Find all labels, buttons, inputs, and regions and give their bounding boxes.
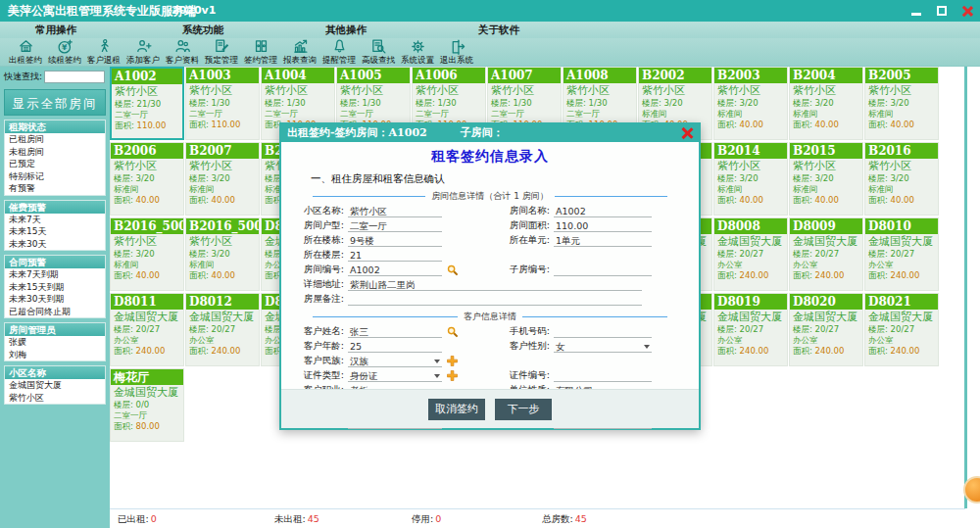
toolbar-button-12[interactable]: 退出系统 — [437, 38, 476, 67]
room-card[interactable]: B2014紫竹小区楼层: 3/20标准间面积: 40.00 — [713, 142, 788, 216]
add-option-icon[interactable] — [447, 356, 459, 367]
room-card[interactable]: B2015紫竹小区楼层: 3/20标准间面积: 40.00 — [789, 142, 863, 216]
toolbar-button-9[interactable]: 提醒管理 — [319, 38, 359, 67]
field-value-dropdown[interactable]: 女 — [554, 341, 652, 353]
field-value-input[interactable]: 张三 — [348, 326, 442, 338]
field-value-input[interactable]: 紫竹小区 — [348, 206, 442, 217]
field-value-input[interactable]: 25 — [348, 341, 442, 353]
sidebar-item[interactable]: 金城国贸大厦 — [5, 379, 105, 392]
chevron-down-icon[interactable] — [434, 374, 440, 378]
room-card[interactable]: D8021金城国贸大厦楼层: 20/27办公室面积: 240.00 — [864, 293, 939, 366]
sidebar-item[interactable]: 已预定 — [5, 158, 105, 170]
room-card[interactable]: D8009金城国贸大厦楼层: 20/27办公室面积: 240.00 — [789, 217, 863, 291]
fieldset-legend-text: 房间信息详情（合计 1 房间） — [425, 190, 554, 203]
sidebar-item[interactable]: 有预警 — [5, 182, 105, 195]
field-text: 女 — [556, 341, 565, 352]
field-value-input[interactable] — [348, 294, 642, 306]
show-all-rooms-button[interactable]: 显示全部房间 — [4, 89, 106, 116]
close-icon[interactable] — [960, 4, 974, 18]
toolbar-button-1[interactable]: 出租签约 — [6, 38, 45, 67]
search-icon[interactable] — [447, 326, 459, 338]
toolbar-button-11[interactable]: 系统设置 — [398, 38, 437, 67]
room-card[interactable]: D8008金城国贸大厦楼层: 20/27办公室面积: 240.00 — [713, 217, 788, 291]
room-card[interactable]: B2016_5002紫竹小区楼层: 3/20标准间面积: 40.00 — [185, 217, 260, 291]
sidebar-item[interactable]: 未租房间 — [5, 146, 105, 159]
search-icon[interactable] — [447, 264, 459, 276]
toolbar-button-8[interactable]: 报表查询 — [280, 38, 319, 67]
room-card[interactable]: D8020金城国贸大厦楼层: 20/27办公室面积: 240.00 — [789, 293, 863, 366]
menu-other-ops[interactable]: 其他操作 — [325, 24, 367, 37]
menu-about[interactable]: 关于软件 — [478, 24, 519, 37]
room-card[interactable]: B2007紫竹小区楼层: 3/20标准间面积: 40.00 — [185, 142, 260, 216]
field-value-input[interactable]: 21 — [348, 250, 442, 262]
field-value-dropdown[interactable]: 身份证 — [348, 370, 442, 382]
room-card[interactable]: D8011金城国贸大厦楼层: 20/27办公室面积: 240.00 — [110, 293, 184, 366]
room-card[interactable]: B2003紫竹小区楼层: 3/20标准间面积: 40.00 — [713, 67, 788, 140]
room-card[interactable]: A1003紫竹小区楼层: 1/30二室一厅面积: 110.00 — [185, 67, 260, 140]
room-card-community: 紫竹小区 — [186, 234, 259, 249]
room-card-community: 紫竹小区 — [413, 83, 485, 98]
sidebar-item[interactable]: 刘梅 — [5, 349, 105, 361]
room-card[interactable]: 梅花厅金城国贸大厦楼层: 0/0二室一厅面积: 80.00 — [110, 368, 184, 442]
toolbar-button-4[interactable]: 添加客户 — [123, 38, 163, 67]
settings-gear-icon — [409, 38, 427, 55]
toolbar-button-10[interactable]: 高级查找 — [359, 38, 398, 67]
sidebar-item[interactable]: 已超合同终止期 — [5, 306, 105, 318]
room-card-area: 面积: 240.00 — [865, 346, 938, 357]
room-card[interactable]: D8012金城国贸大厦楼层: 20/27办公室面积: 240.00 — [185, 293, 260, 366]
field-label: 房间面积: — [487, 219, 550, 232]
field-value-dropdown[interactable]: 汉族 — [348, 356, 442, 367]
menu-common-ops[interactable]: 常用操作 — [35, 24, 76, 37]
add-option-icon[interactable] — [447, 370, 459, 382]
field-value-input[interactable] — [554, 370, 652, 382]
field-value-input[interactable]: A1002 — [348, 264, 442, 276]
sidebar-item[interactable]: 紫竹小区 — [5, 392, 105, 405]
room-card[interactable]: B2006紫竹小区楼层: 3/20标准间面积: 40.00 — [110, 142, 184, 216]
sidebar-item[interactable]: 张媛 — [5, 336, 105, 349]
chevron-down-icon[interactable] — [644, 345, 650, 349]
next-step-button[interactable]: 下一步 — [495, 399, 552, 420]
room-card[interactable]: D8019金城国贸大厦楼层: 20/27办公室面积: 240.00 — [713, 293, 788, 366]
minimize-icon[interactable] — [909, 4, 923, 18]
quick-search-input[interactable] — [44, 71, 105, 83]
sidebar-item[interactable]: 未来30天到期 — [5, 293, 105, 306]
sidebar-item[interactable]: 未来15天 — [5, 225, 105, 238]
chevron-down-icon[interactable] — [434, 360, 440, 363]
room-card[interactable]: D8010金城国贸大厦楼层: 20/27办公室面积: 240.00 — [864, 217, 939, 291]
field-value-input[interactable] — [554, 264, 652, 276]
room-card-id: D8012 — [186, 294, 259, 310]
field-label: 手机号码: — [487, 325, 550, 338]
field-value-input[interactable]: 1单元 — [554, 235, 652, 247]
room-card-community: 紫竹小区 — [564, 83, 636, 98]
room-card[interactable]: B2016紫竹小区楼层: 3/20标准间面积: 40.00 — [864, 142, 939, 216]
renew-lease-icon: ¥ — [56, 38, 74, 55]
room-card-type: 办公室 — [865, 335, 938, 346]
dialog-close-icon[interactable] — [680, 126, 694, 140]
sidebar-item[interactable]: 已租房间 — [5, 133, 105, 146]
field-value-input[interactable]: 110.00 — [554, 220, 652, 232]
room-card[interactable]: B2004紫竹小区楼层: 3/20标准间面积: 40.00 — [789, 67, 863, 140]
room-card[interactable]: A1002紫竹小区楼层: 21/30二室一厅面积: 110.00 — [110, 67, 184, 140]
sidebar-item[interactable]: 未来7天到期 — [5, 268, 105, 281]
sidebar-item[interactable]: 未来7天 — [5, 214, 105, 226]
toolbar-button-3[interactable]: 客户退租 — [84, 38, 123, 67]
room-card[interactable]: B2005紫竹小区楼层: 3/20标准间面积: 40.00 — [864, 67, 939, 140]
cancel-sign-button[interactable]: 取消签约 — [428, 399, 485, 420]
room-card-floor: 楼层: 1/30 — [488, 98, 561, 109]
field-value-input[interactable]: A1002 — [554, 206, 652, 217]
sidebar-item[interactable]: 特别标记 — [5, 170, 105, 183]
toolbar-button-2[interactable]: ¥续租签约 — [45, 38, 84, 67]
field-value-input[interactable]: 二室一厅 — [348, 220, 442, 232]
maximize-icon[interactable] — [935, 4, 949, 18]
toolbar-button-7[interactable]: 签约管理 — [241, 38, 280, 67]
field-value-input[interactable]: 紫荆山路二里岗 — [348, 279, 642, 291]
toolbar-button-6[interactable]: 预定管理 — [202, 38, 241, 67]
room-card[interactable]: B2016_5001紫竹小区楼层: 3/20标准间面积: 40.00 — [110, 217, 184, 291]
field-value-input[interactable] — [554, 326, 652, 338]
menu-system-functions[interactable]: 系统功能 — [182, 24, 223, 37]
sidebar-item[interactable]: 未来15天到期 — [5, 281, 105, 294]
field-label: 客户性别: — [487, 340, 550, 353]
toolbar-button-5[interactable]: 客户资料 — [163, 38, 202, 67]
field-value-input[interactable]: 9号楼 — [348, 235, 442, 247]
sidebar-item[interactable]: 未来30天 — [5, 238, 105, 251]
